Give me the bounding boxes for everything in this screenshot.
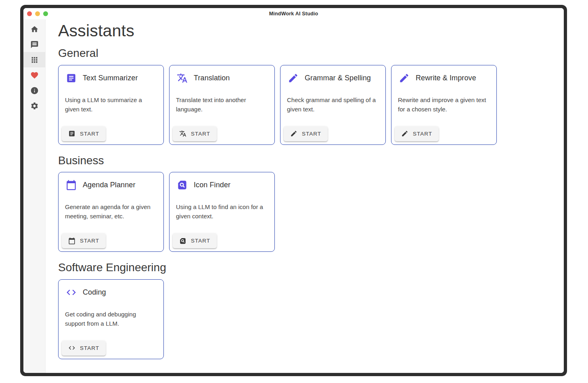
card-title: Text Summarizer <box>83 74 138 82</box>
assistant-card-translation: TranslationTranslate text into another l… <box>169 65 275 145</box>
code-icon <box>66 287 77 298</box>
section-general: GeneralText SummarizerUsing a LLM to sum… <box>58 46 554 145</box>
heart-icon <box>30 71 39 80</box>
start-button[interactable]: START <box>62 233 106 248</box>
section-software-engineering: Software EngineeringCodingGet coding and… <box>58 261 554 359</box>
start-button-label: START <box>80 131 99 137</box>
card-header: Rewrite & Improve <box>391 65 496 84</box>
card-actions: START <box>391 123 496 144</box>
window-body: Assistants GeneralText SummarizerUsing a… <box>23 19 564 373</box>
assistant-card-rewrite-improve: Rewrite & ImproveRewrite and improve a g… <box>391 65 497 145</box>
assistant-card-text-summarizer: Text SummarizerUsing a LLM to summarize … <box>58 65 164 145</box>
info-icon <box>30 86 39 95</box>
card-header: Coding <box>59 280 163 298</box>
assistant-card-icon-finder: Icon FinderUsing a LLM to find an icon f… <box>169 172 275 252</box>
pencil-icon <box>401 130 408 137</box>
apps-icon <box>30 56 39 64</box>
window-frame: MindWork AI Studio Assistants GeneralTex… <box>20 5 567 376</box>
sidebar-item-settings[interactable] <box>23 98 45 113</box>
start-button[interactable]: START <box>284 126 328 141</box>
sidebar-item-about[interactable] <box>23 83 45 98</box>
card-description: Using a LLM to find an icon for a given … <box>169 202 274 230</box>
start-button-label: START <box>191 131 210 137</box>
card-actions: START <box>169 230 274 251</box>
chat-icon <box>30 40 39 49</box>
card-header: Translation <box>169 65 274 84</box>
titlebar[interactable]: MindWork AI Studio <box>23 8 564 19</box>
gear-icon <box>30 102 39 110</box>
card-description: Rewrite and improve a given text for a c… <box>391 95 496 123</box>
translate-icon <box>177 73 188 84</box>
card-header: Grammar & Spelling <box>280 65 385 84</box>
start-button[interactable]: START <box>62 126 106 141</box>
calendar-icon <box>68 237 75 245</box>
card-actions: START <box>280 123 385 144</box>
start-button[interactable]: START <box>173 126 217 141</box>
card-title: Icon Finder <box>194 181 230 189</box>
window-title: MindWork AI Studio <box>23 11 564 17</box>
pencil-icon <box>399 73 410 84</box>
document-icon <box>68 130 75 137</box>
start-button[interactable]: START <box>173 233 217 248</box>
sidebar <box>23 19 46 373</box>
sections-container: GeneralText SummarizerUsing a LLM to sum… <box>58 46 554 359</box>
card-actions: START <box>59 230 163 251</box>
start-button-label: START <box>302 131 321 137</box>
card-header: Icon Finder <box>169 172 274 190</box>
card-actions: START <box>169 123 274 144</box>
section-business: BusinessAgenda PlannerGenerate an agenda… <box>58 154 554 252</box>
section-title: Business <box>58 154 554 167</box>
card-header: Text Summarizer <box>59 65 163 84</box>
icon-search-icon <box>177 180 188 190</box>
app-window: MindWork AI Studio Assistants GeneralTex… <box>23 8 564 373</box>
card-actions: START <box>59 123 163 144</box>
card-description: Translate text into another language. <box>169 95 274 123</box>
start-button-label: START <box>413 131 432 137</box>
start-button-label: START <box>80 345 99 351</box>
sidebar-item-chats[interactable] <box>23 37 45 52</box>
sidebar-item-assistants[interactable] <box>23 52 45 67</box>
card-row: Agenda PlannerGenerate an agenda for a g… <box>58 172 554 252</box>
card-row: CodingGet coding and debugging support f… <box>58 279 554 359</box>
page-title: Assistants <box>58 21 554 41</box>
card-description: Generate an agenda for a given meeting, … <box>59 202 163 230</box>
main-content: Assistants GeneralText SummarizerUsing a… <box>46 19 564 373</box>
start-button[interactable]: START <box>395 126 439 141</box>
translate-icon <box>179 130 186 137</box>
calendar-icon <box>66 180 77 190</box>
card-actions: START <box>59 337 163 359</box>
start-button-label: START <box>191 238 210 244</box>
start-button[interactable]: START <box>62 341 106 356</box>
pencil-icon <box>288 73 299 84</box>
assistant-card-grammar-spelling: Grammar & SpellingCheck grammar and spel… <box>280 65 386 145</box>
document-icon <box>66 73 77 84</box>
section-title: Software Engineering <box>58 261 554 274</box>
home-icon <box>30 25 39 33</box>
card-title: Rewrite & Improve <box>416 74 476 82</box>
card-title: Agenda Planner <box>83 181 136 189</box>
card-title: Translation <box>194 74 230 82</box>
icon-search-icon <box>179 237 186 245</box>
card-row: Text SummarizerUsing a LLM to summarize … <box>58 65 554 145</box>
card-description: Using a LLM to summarize a given text. <box>59 95 163 123</box>
desktop-background: MindWork AI Studio Assistants GeneralTex… <box>0 0 588 383</box>
assistant-card-agenda-planner: Agenda PlannerGenerate an agenda for a g… <box>58 172 164 252</box>
sidebar-item-favorites[interactable] <box>23 67 45 83</box>
card-description: Get coding and debugging support from a … <box>59 310 163 337</box>
assistant-card-coding: CodingGet coding and debugging support f… <box>58 279 164 359</box>
sidebar-item-home[interactable] <box>23 21 45 37</box>
card-description: Check grammar and spelling of a given te… <box>280 95 385 123</box>
section-title: General <box>58 46 554 60</box>
card-header: Agenda Planner <box>59 172 163 190</box>
card-title: Grammar & Spelling <box>305 74 371 82</box>
code-icon <box>68 344 75 352</box>
start-button-label: START <box>80 238 99 244</box>
pencil-icon <box>290 130 297 137</box>
card-title: Coding <box>83 288 106 297</box>
